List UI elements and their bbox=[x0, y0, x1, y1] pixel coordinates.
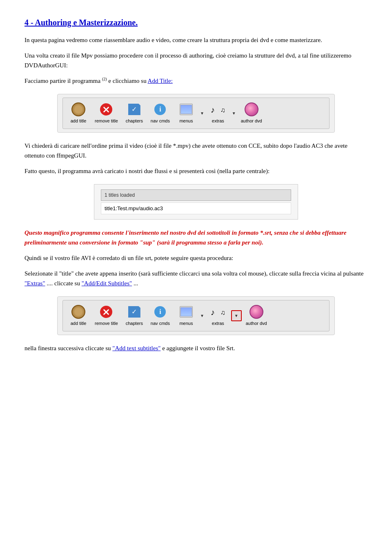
paragraph-1b: Facciamo partire il programma (2) e clic… bbox=[24, 76, 368, 86]
remove-title-icon-2 bbox=[100, 306, 112, 318]
nav-cmds-label-2: nav cmds bbox=[151, 320, 170, 327]
chapters-button[interactable]: chapters bbox=[122, 100, 147, 126]
toolbar-screenshot-1: add title remove title chapters i nav cm… bbox=[57, 94, 335, 133]
menus-icon-wrap-2 bbox=[179, 305, 194, 319]
remove-title-label-2: remove title bbox=[95, 320, 118, 327]
author-dvd-label: author dvd bbox=[241, 118, 262, 124]
remove-title-icon-wrap bbox=[99, 102, 114, 117]
menus-icon-wrap bbox=[179, 102, 194, 117]
author-dvd-label-2: author dvd bbox=[246, 320, 267, 327]
titles-loaded-label: 1 titles loaded bbox=[101, 189, 291, 201]
add-title-button[interactable]: add title bbox=[66, 100, 91, 126]
extras-button-2[interactable]: ♪ ♫ extras bbox=[206, 303, 230, 329]
add-title-label-2: add title bbox=[71, 320, 87, 327]
nav-cmds-button-2[interactable]: i nav cmds bbox=[147, 303, 173, 329]
paragraph-4-highlight: Questo magnifico programma consente l'in… bbox=[24, 228, 368, 247]
extras-icon-wrap: ♪ ♫ bbox=[211, 102, 225, 117]
add-title-icon-wrap bbox=[71, 102, 86, 117]
para7c-text: e aggiungete il vostro file Srt. bbox=[162, 345, 235, 351]
para1c-text: e clicchiamo su bbox=[108, 78, 147, 84]
nav-cmds-icon: i bbox=[154, 104, 166, 115]
chapters-label-2: chapters bbox=[126, 320, 143, 327]
chapters-label: chapters bbox=[126, 118, 143, 124]
chapters-icon bbox=[128, 104, 140, 115]
add-title-label: add title bbox=[71, 118, 87, 124]
para1-text: Una volta creato il file Mpv possiamo pr… bbox=[24, 52, 352, 69]
chapters-button-2[interactable]: chapters bbox=[122, 303, 147, 329]
author-dvd-icon-wrap-2 bbox=[249, 305, 264, 319]
add-title-icon bbox=[71, 102, 85, 116]
author-dvd-button-2[interactable]: author dvd bbox=[243, 303, 270, 329]
para1b-text: Facciamo partire il programma bbox=[24, 78, 100, 84]
extras-arrow-highlighted[interactable]: ▼ bbox=[231, 310, 242, 321]
author-dvd-icon bbox=[245, 102, 258, 116]
para6a-text: Selezionate il "title" che avete appena … bbox=[24, 270, 363, 277]
extras-icon: ♪ ♫ bbox=[211, 104, 225, 115]
author-dvd-icon-2 bbox=[249, 305, 263, 319]
toolbar-inner-2: add title remove title chapters i nav cm… bbox=[62, 300, 330, 331]
extras-icon-2: ♪ ♫ bbox=[211, 306, 225, 318]
menus-arrow-2[interactable]: ▼ bbox=[199, 305, 205, 326]
extras-label-2: extras bbox=[212, 320, 224, 327]
chapters-icon-wrap bbox=[127, 102, 142, 117]
para7-text: nella finestra successiva cliccate su bbox=[24, 345, 111, 351]
extras-arrow-1[interactable]: ▼ bbox=[231, 103, 237, 123]
para1-ref: (2) bbox=[102, 77, 107, 81]
remove-title-icon bbox=[100, 103, 112, 116]
chapters-icon-2 bbox=[128, 306, 140, 318]
titles-loaded-screenshot: 1 titles loaded title1:Test.mpv/audio.ac… bbox=[94, 184, 298, 220]
menus-arrow[interactable]: ▼ bbox=[199, 103, 205, 123]
nav-cmds-icon-wrap: i bbox=[153, 102, 167, 117]
title-item-row: title1:Test.mpv/audio.ac3 bbox=[101, 202, 291, 215]
para6c-text: .... cliccate su bbox=[47, 280, 80, 287]
menus-label: menus bbox=[179, 118, 193, 124]
paragraph-5: Quindi se il vostro file AVI è corredato… bbox=[24, 253, 368, 263]
add-edit-subtitles-link[interactable]: "Add/Edit Subtitles" bbox=[82, 280, 132, 287]
paragraph-1: Una volta creato il file Mpv possiamo pr… bbox=[24, 51, 368, 70]
add-title-icon-wrap-2 bbox=[71, 305, 86, 319]
extras-label: extras bbox=[212, 118, 224, 124]
add-title-button-2[interactable]: add title bbox=[66, 303, 91, 329]
add-text-subtitles-link[interactable]: "Add text subtitles" bbox=[112, 345, 160, 351]
menus-button[interactable]: menus bbox=[174, 100, 198, 126]
nav-cmds-label: nav cmds bbox=[151, 118, 170, 124]
paragraph-3: Fatto questo, il programma avrà caricato… bbox=[24, 166, 368, 176]
paragraph-6: Selezionate il "title" che avete appena … bbox=[24, 269, 368, 288]
extras-link[interactable]: "Extras" bbox=[24, 280, 45, 287]
add-title-link[interactable]: Add Title: bbox=[148, 78, 173, 84]
remove-title-button-2[interactable]: remove title bbox=[91, 303, 121, 329]
menus-icon-2 bbox=[180, 306, 193, 318]
remove-title-button[interactable]: remove title bbox=[91, 100, 121, 126]
author-dvd-icon-wrap bbox=[244, 102, 259, 117]
add-title-icon-2 bbox=[71, 305, 85, 319]
menus-icon bbox=[180, 104, 193, 115]
extras-icon-wrap-2: ♪ ♫ bbox=[211, 305, 225, 319]
nav-cmds-icon-wrap-2: i bbox=[153, 305, 167, 319]
remove-title-label: remove title bbox=[95, 118, 118, 124]
menus-label-2: menus bbox=[179, 320, 193, 327]
menus-button-2[interactable]: menus bbox=[174, 303, 198, 329]
highlight-text: Questo magnifico programma consente l'in… bbox=[24, 229, 347, 246]
chapters-icon-wrap-2 bbox=[127, 305, 142, 319]
toolbar-screenshot-2: add title remove title chapters i nav cm… bbox=[57, 296, 335, 335]
nav-cmds-button[interactable]: i nav cmds bbox=[147, 100, 173, 126]
intro-paragraph: In questa pagina vedremo come riassembla… bbox=[24, 35, 368, 45]
page-title: 4 - Authoring e Masterizzazione. bbox=[24, 16, 368, 29]
toolbar-inner-1: add title remove title chapters i nav cm… bbox=[62, 98, 330, 129]
nav-cmds-icon-2: i bbox=[154, 306, 166, 318]
paragraph-7: nella finestra successiva cliccate su "A… bbox=[24, 343, 368, 353]
remove-title-icon-wrap-2 bbox=[99, 305, 114, 319]
paragraph-2: Vi chiederà di caricare nell'ordine prim… bbox=[24, 141, 368, 160]
extras-button[interactable]: ♪ ♫ extras bbox=[206, 100, 230, 126]
author-dvd-button[interactable]: author dvd bbox=[238, 100, 265, 126]
para6e-text: ... bbox=[134, 280, 138, 287]
